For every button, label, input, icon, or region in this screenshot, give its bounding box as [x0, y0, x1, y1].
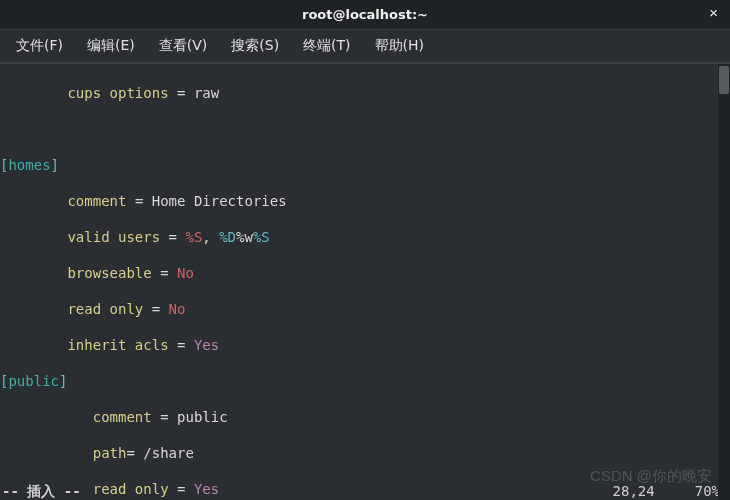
vim-cursor-pos: 28,24: [613, 482, 695, 500]
op: =: [143, 301, 168, 317]
val: raw: [194, 85, 219, 101]
menu-terminal[interactable]: 终端(T): [291, 31, 362, 61]
op: =: [126, 445, 143, 461]
key: read only: [67, 301, 143, 317]
val: %S: [185, 229, 202, 245]
op: =: [169, 337, 194, 353]
op: =: [160, 229, 185, 245]
val: Home Directories: [152, 193, 287, 209]
op: =: [126, 193, 151, 209]
op: =: [152, 409, 177, 425]
close-icon[interactable]: ×: [705, 4, 722, 21]
scrollbar[interactable]: [718, 64, 730, 500]
menu-help[interactable]: 帮助(H): [363, 31, 436, 61]
key: cups options: [67, 85, 168, 101]
val: No: [177, 265, 194, 281]
val: Yes: [194, 337, 219, 353]
menu-file[interactable]: 文件(F): [4, 31, 75, 61]
op: =: [152, 265, 177, 281]
menu-edit[interactable]: 编辑(E): [75, 31, 147, 61]
val: public: [177, 409, 228, 425]
key: comment: [67, 193, 126, 209]
window-title: root@localhost:~: [302, 7, 428, 22]
menu-search[interactable]: 搜索(S): [219, 31, 291, 61]
val: %S: [253, 229, 270, 245]
scrollbar-thumb[interactable]: [719, 66, 729, 94]
val: /share: [143, 445, 194, 461]
key: inherit acls: [67, 337, 168, 353]
section-homes: homes: [8, 157, 50, 173]
vim-mode: -- 插入 --: [0, 482, 81, 500]
menu-view[interactable]: 查看(V): [147, 31, 220, 61]
terminal-area[interactable]: cups options = raw [homes] comment = Hom…: [0, 64, 730, 500]
key: comment: [93, 409, 152, 425]
val: No: [169, 301, 186, 317]
op: =: [169, 85, 194, 101]
bracket-close: ]: [59, 373, 67, 389]
key: path: [93, 445, 127, 461]
section-public: public: [8, 373, 59, 389]
sep: ,: [202, 229, 219, 245]
titlebar: root@localhost:~ ×: [0, 0, 730, 30]
bracket-close: ]: [51, 157, 59, 173]
menubar: 文件(F) 编辑(E) 查看(V) 搜索(S) 终端(T) 帮助(H): [0, 30, 730, 64]
val: %D: [219, 229, 236, 245]
key: browseable: [67, 265, 151, 281]
val: %w: [236, 229, 253, 245]
vim-status-line: -- 插入 -- 28,24 70%: [0, 482, 730, 500]
key: valid users: [67, 229, 160, 245]
